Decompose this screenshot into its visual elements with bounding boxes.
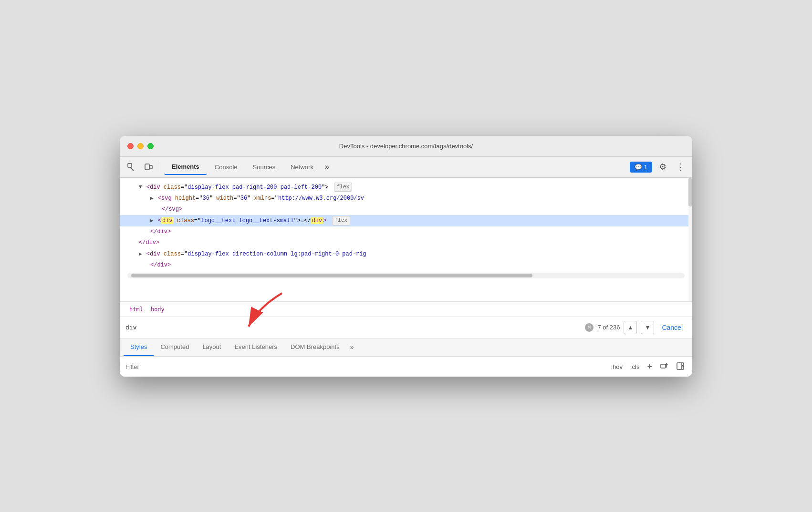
dom-line-highlighted[interactable]: ▶ <div class="logo__text logo__text-smal… bbox=[120, 215, 692, 226]
titlebar: DevTools - developer.chrome.com/tags/dev… bbox=[120, 136, 692, 157]
minimize-button[interactable] bbox=[137, 143, 144, 149]
breadcrumb-html[interactable]: html bbox=[127, 305, 145, 314]
expand-icon: ▶ bbox=[139, 251, 142, 257]
inspect-element-button[interactable] bbox=[124, 159, 139, 174]
hscrollbar-thumb bbox=[131, 274, 532, 277]
dom-line[interactable]: </div> bbox=[120, 260, 692, 271]
search-count: 7 of 236 bbox=[597, 324, 620, 331]
svg-rect-3 bbox=[150, 165, 152, 169]
more-options-button[interactable]: ⋮ bbox=[673, 159, 688, 174]
svg-rect-0 bbox=[128, 164, 132, 167]
svg-rect-8 bbox=[677, 363, 684, 369]
maximize-button[interactable] bbox=[147, 143, 154, 149]
search-next-button[interactable]: ▼ bbox=[641, 321, 654, 334]
dom-line[interactable]: </svg> bbox=[120, 204, 692, 215]
search-clear-button[interactable]: ✕ bbox=[585, 323, 593, 332]
svg-rect-2 bbox=[145, 164, 149, 170]
flex-badge: flex bbox=[334, 183, 352, 192]
filter-actions: :hov .cls + bbox=[609, 361, 687, 373]
dom-line[interactable]: ▶ <svg height="36" width="36" xmlns="htt… bbox=[120, 193, 692, 204]
vscrollbar-thumb bbox=[688, 178, 692, 206]
search-section: ✕ 7 of 236 ▲ ▼ Cancel bbox=[120, 317, 692, 338]
new-style-rule-button[interactable] bbox=[658, 361, 670, 373]
expand-icon: ▶ bbox=[150, 195, 154, 201]
search-prev-button[interactable]: ▲ bbox=[624, 321, 637, 334]
comment-count: 1 bbox=[644, 164, 647, 171]
add-style-button[interactable]: + bbox=[645, 361, 654, 373]
filter-bar: :hov .cls + bbox=[120, 357, 692, 377]
hov-button[interactable]: :hov bbox=[609, 362, 625, 371]
more-tabs-button[interactable]: » bbox=[321, 161, 333, 173]
tab-dom-breakpoints[interactable]: DOM Breakpoints bbox=[284, 338, 346, 356]
settings-button[interactable]: ⚙ bbox=[655, 159, 670, 174]
vertical-scrollbar[interactable] bbox=[688, 178, 692, 301]
dom-line[interactable]: ▶ <div class="display-flex direction-col… bbox=[120, 249, 692, 260]
tab-network[interactable]: Network bbox=[283, 160, 321, 174]
tab-elements[interactable]: Elements bbox=[164, 159, 207, 175]
tab-console[interactable]: Console bbox=[207, 160, 245, 174]
bottom-tabs: Styles Computed Layout Event Listeners D… bbox=[120, 338, 692, 357]
search-input-wrap: ✕ 7 of 236 bbox=[125, 323, 620, 332]
dom-panel: ▼ <div class="display-flex pad-right-200… bbox=[120, 178, 692, 302]
dom-line[interactable]: ▼ <div class="display-flex pad-right-200… bbox=[120, 182, 692, 193]
bottom-more-tabs-button[interactable]: » bbox=[348, 338, 356, 356]
toolbar: Elements Console Sources Network » 💬 1 ⚙… bbox=[120, 157, 692, 178]
expand-icon: ▶ bbox=[150, 218, 154, 224]
tab-bar: Elements Console Sources Network » bbox=[164, 159, 628, 175]
bottom-panel: Styles Computed Layout Event Listeners D… bbox=[120, 338, 692, 377]
tab-styles[interactable]: Styles bbox=[124, 338, 154, 356]
window-title: DevTools - developer.chrome.com/tags/dev… bbox=[339, 143, 473, 150]
toolbar-right: 💬 1 ⚙ ⋮ bbox=[630, 159, 688, 174]
cls-button[interactable]: .cls bbox=[628, 362, 642, 371]
comment-icon: 💬 bbox=[635, 164, 642, 171]
toggle-sidebar-button[interactable] bbox=[674, 361, 687, 373]
tab-computed[interactable]: Computed bbox=[154, 338, 196, 356]
dom-line[interactable]: </div> bbox=[120, 237, 692, 248]
dom-line[interactable]: </div> bbox=[120, 226, 692, 237]
svg-line-1 bbox=[130, 167, 134, 171]
close-button[interactable] bbox=[127, 143, 134, 149]
horizontal-scrollbar[interactable] bbox=[127, 273, 685, 278]
breadcrumb-bar: html body bbox=[120, 302, 692, 317]
device-toolbar-button[interactable] bbox=[141, 159, 156, 174]
traffic-lights bbox=[127, 143, 154, 149]
search-cancel-button[interactable]: Cancel bbox=[658, 322, 687, 333]
tab-sources[interactable]: Sources bbox=[245, 160, 283, 174]
search-bar: ✕ 7 of 236 ▲ ▼ Cancel bbox=[120, 317, 692, 338]
tab-event-listeners[interactable]: Event Listeners bbox=[228, 338, 284, 356]
breadcrumb-body[interactable]: body bbox=[149, 305, 167, 314]
search-input[interactable] bbox=[125, 324, 581, 331]
devtools-window: DevTools - developer.chrome.com/tags/dev… bbox=[120, 136, 692, 377]
filter-input[interactable] bbox=[125, 363, 609, 370]
comment-badge[interactable]: 💬 1 bbox=[630, 162, 652, 173]
tab-layout[interactable]: Layout bbox=[196, 338, 228, 356]
svg-rect-5 bbox=[661, 364, 666, 368]
flex-badge-2: flex bbox=[332, 216, 350, 225]
toolbar-divider bbox=[160, 162, 160, 172]
expand-icon: ▼ bbox=[139, 184, 142, 190]
